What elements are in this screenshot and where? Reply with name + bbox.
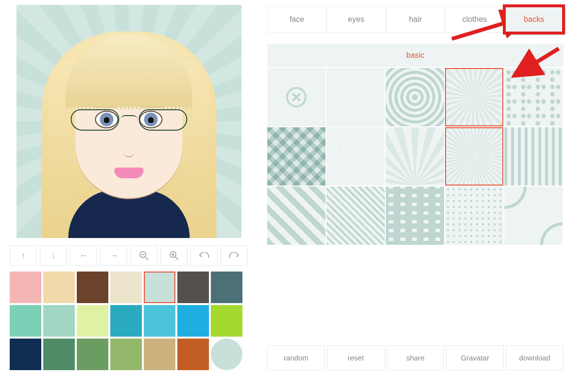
zoom-out-icon	[139, 251, 149, 260]
move-down-button[interactable]: ↓	[40, 245, 67, 266]
pattern-diag-thin[interactable]	[326, 187, 385, 245]
current-color-indicator	[211, 339, 242, 370]
pattern-curves[interactable]	[504, 187, 563, 245]
pattern-diag[interactable]	[267, 187, 326, 245]
pattern-grid	[267, 68, 564, 245]
preview-toolbar: ↑ ↓ ← →	[10, 245, 248, 266]
color-swatch[interactable]	[144, 272, 175, 303]
tab-face[interactable]: face	[267, 6, 326, 33]
move-up-button[interactable]: ↑	[10, 245, 37, 266]
pattern-hearts[interactable]	[504, 68, 563, 126]
color-swatch[interactable]	[144, 339, 175, 370]
gravatar-button[interactable]: Gravatar	[446, 345, 504, 370]
tab-clothes[interactable]: clothes	[445, 6, 504, 33]
svg-line-4	[175, 257, 178, 260]
pattern-stripes-v[interactable]	[504, 127, 563, 186]
redo-icon	[229, 252, 240, 259]
color-swatch[interactable]	[211, 305, 242, 337]
color-swatch[interactable]	[10, 339, 41, 370]
avatar-preview	[17, 5, 241, 238]
color-swatch[interactable]	[110, 305, 142, 337]
undo-icon	[199, 252, 209, 259]
color-swatch[interactable]	[77, 305, 108, 337]
move-right-button[interactable]: →	[100, 245, 127, 266]
color-swatch[interactable]	[10, 272, 41, 303]
pattern-none[interactable]	[267, 68, 326, 126]
undo-button[interactable]	[190, 245, 218, 266]
pattern-dots[interactable]	[445, 187, 503, 245]
tab-hair[interactable]: hair	[386, 6, 445, 33]
color-palette	[10, 272, 248, 370]
pattern-circles[interactable]	[386, 68, 444, 126]
tab-eyes[interactable]: eyes	[326, 6, 386, 33]
move-left-button[interactable]: ←	[70, 245, 97, 266]
pattern-solid[interactable]	[326, 68, 385, 126]
tab-backs[interactable]: backs	[504, 6, 564, 33]
pattern-rays-bottom[interactable]	[386, 127, 444, 186]
pattern-stars[interactable]	[326, 127, 385, 186]
pattern-argyle[interactable]	[267, 127, 326, 186]
random-button[interactable]: random	[267, 345, 325, 370]
color-swatch[interactable]	[77, 272, 108, 303]
color-swatch[interactable]	[144, 305, 175, 337]
pattern-rays-thin[interactable]	[445, 68, 503, 126]
arrow-up-icon: ↑	[21, 251, 26, 261]
color-swatch[interactable]	[43, 339, 75, 370]
subtab-basic[interactable]: basic	[267, 51, 564, 60]
color-swatch[interactable]	[43, 305, 75, 337]
color-swatch[interactable]	[43, 272, 75, 303]
arrow-right-icon: →	[109, 251, 118, 261]
zoom-in-icon	[169, 251, 179, 260]
color-swatch[interactable]	[177, 305, 209, 337]
color-swatch[interactable]	[177, 339, 209, 370]
color-swatch[interactable]	[177, 272, 209, 303]
color-swatch[interactable]	[77, 339, 108, 370]
arrow-left-icon: ←	[79, 251, 88, 261]
svg-line-1	[145, 257, 148, 260]
download-button[interactable]: download	[506, 345, 564, 370]
action-bar: randomresetshareGravatardownload	[267, 345, 564, 370]
color-swatch[interactable]	[211, 272, 242, 303]
color-swatch[interactable]	[10, 305, 41, 337]
color-swatch[interactable]	[110, 339, 142, 370]
arrow-down-icon: ↓	[51, 251, 56, 261]
pattern-squares[interactable]	[386, 187, 444, 245]
category-tabs: faceeyeshairclothesbacks	[267, 5, 564, 34]
zoom-in-button[interactable]	[160, 245, 188, 266]
redo-button[interactable]	[221, 245, 248, 266]
subcategory-tabs: basic	[267, 44, 564, 67]
color-swatch[interactable]	[110, 272, 142, 303]
reset-button[interactable]: reset	[327, 345, 385, 370]
share-button[interactable]: share	[387, 345, 445, 370]
clear-icon	[286, 87, 307, 107]
pattern-rays-center[interactable]	[445, 127, 503, 186]
zoom-out-button[interactable]	[130, 245, 157, 266]
